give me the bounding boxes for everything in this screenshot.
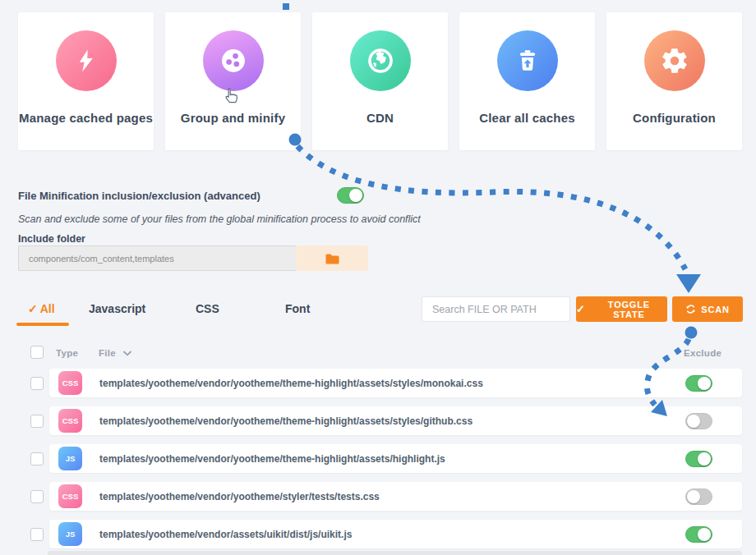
active-tab-underline (16, 323, 69, 326)
file-type-badge: CSS (58, 409, 82, 433)
row-checkbox[interactable] (30, 528, 44, 541)
row-checkbox[interactable] (30, 415, 44, 428)
row-panel: CSS templates/yootheme/vendor/yootheme/s… (49, 482, 742, 511)
row-panel: CSS templates/yootheme/vendor/yootheme/t… (49, 369, 742, 397)
card-configuration[interactable]: Configuration (606, 12, 742, 150)
file-path: templates/yootheme/vendor/yootheme/style… (99, 491, 380, 502)
table-row: JS templates/yootheme/vendor/assets/uiki… (18, 520, 742, 548)
table-row: JS templates/yootheme/vendor/yootheme/th… (18, 444, 742, 473)
select-all-checkbox[interactable] (30, 346, 44, 359)
card-manage-cached-pages[interactable]: Manage cached pages (18, 12, 154, 150)
tab-font[interactable]: Font (285, 302, 310, 315)
card-label: Manage cached pages (19, 111, 153, 125)
card-label: Group and minify (181, 111, 285, 125)
file-type-badge: JS (58, 447, 82, 470)
tab-all[interactable]: ✓All (28, 302, 55, 315)
globe-icon (350, 30, 411, 91)
file-type-badge: CSS (58, 371, 82, 395)
include-folder-label: Include folder (18, 233, 85, 245)
row-checkbox[interactable] (30, 377, 44, 390)
check-icon: ✓ (28, 302, 38, 315)
card-clear-all-caches[interactable]: Clear all caches (459, 12, 595, 150)
folder-icon (325, 252, 340, 265)
file-type-badge: CSS (58, 484, 82, 508)
file-path: templates/yootheme/vendor/yootheme/theme… (99, 378, 483, 389)
row-panel: JS templates/yootheme/vendor/assets/uiki… (49, 520, 742, 548)
arrow-dash-fragment (283, 3, 289, 10)
file-search-box (422, 296, 570, 322)
gear-icon (644, 30, 705, 91)
browse-folder-button[interactable] (296, 245, 368, 271)
card-label: Clear all caches (479, 111, 575, 125)
tab-javascript[interactable]: Javascript (89, 302, 145, 315)
column-header-exclude: Exclude (684, 348, 721, 358)
minify-enabled-toggle[interactable] (337, 187, 364, 204)
next-row-edge (48, 551, 742, 555)
search-input[interactable] (422, 304, 571, 315)
card-cdn[interactable]: CDN (312, 12, 448, 150)
include-folder-group (18, 245, 368, 271)
file-path: templates/yootheme/vendor/yootheme/theme… (99, 453, 445, 465)
file-path: templates/yootheme/vendor/yootheme/theme… (99, 415, 472, 427)
row-checkbox[interactable] (30, 490, 44, 503)
file-table-header: Type File Exclude (0, 346, 756, 360)
exclude-toggle[interactable] (685, 526, 712, 543)
exclude-toggle[interactable] (685, 375, 712, 392)
file-table-body: CSS templates/yootheme/vendor/yootheme/t… (18, 369, 742, 555)
action-cards-row: Manage cached pages Group and minify (18, 12, 742, 150)
lightning-icon (56, 30, 117, 91)
column-header-file[interactable]: File (99, 348, 131, 358)
table-row: CSS templates/yootheme/vendor/yootheme/s… (18, 482, 742, 511)
row-panel: CSS templates/yootheme/vendor/yootheme/t… (49, 406, 742, 435)
tab-css[interactable]: CSS (196, 302, 219, 315)
file-path: templates/yootheme/vendor/assets/uikit/d… (99, 529, 352, 540)
column-header-type: Type (56, 348, 78, 358)
file-type-badge: JS (58, 522, 82, 546)
sync-icon (685, 304, 696, 314)
toggle-state-button[interactable]: ✓ TOGGLE STATE (576, 296, 667, 322)
exclude-toggle[interactable] (685, 451, 712, 467)
chevron-down-icon (123, 351, 131, 356)
card-label: CDN (366, 111, 394, 125)
card-group-and-minify[interactable]: Group and minify (165, 12, 301, 150)
scan-button[interactable]: SCAN (672, 296, 743, 322)
row-panel: JS templates/yootheme/vendor/yootheme/th… (49, 444, 742, 473)
trash-upload-icon (497, 30, 558, 91)
include-folder-input[interactable] (18, 245, 296, 271)
table-row: CSS templates/yootheme/vendor/yootheme/t… (18, 369, 742, 397)
speed-cache-dashboard: { "cards": [ { "label": "Manage cached p… (0, 0, 756, 555)
card-label: Configuration (633, 111, 716, 125)
minify-section-description: Scan and exclude some of your files from… (18, 213, 421, 225)
minify-section-title: File Minification inclusion/exclusion (a… (18, 190, 260, 202)
exclude-toggle[interactable] (685, 488, 712, 505)
row-checkbox[interactable] (30, 452, 44, 466)
table-row: CSS templates/yootheme/vendor/yootheme/t… (18, 406, 742, 435)
group-dots-icon (203, 30, 264, 91)
exclude-toggle[interactable] (685, 413, 712, 429)
check-icon: ✓ (576, 303, 586, 315)
